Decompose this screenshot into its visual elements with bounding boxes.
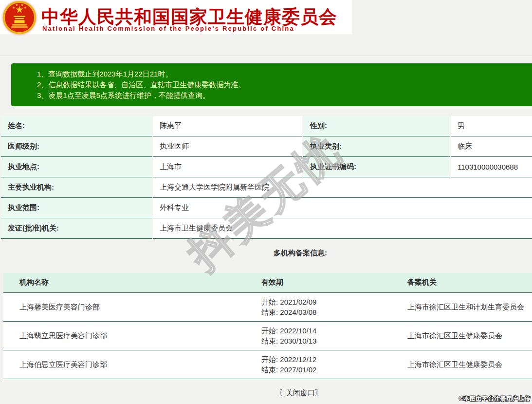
org-record-row: 上海伯思立医疗美容门诊部 开始: 2022/12/12 结束: 2027/01/… bbox=[3, 350, 532, 379]
upload-copyright-watermark: ©本图由平台注册用户上传 bbox=[459, 395, 531, 403]
org-record-row: 上海翡立思医疗美容门诊部 开始: 2022/10/14 结束: 2030/10/… bbox=[3, 321, 532, 350]
scope-value: 外科专业 bbox=[153, 198, 532, 218]
main-org-value: 上海交通大学医学院附属新华医院 bbox=[153, 177, 532, 198]
doctor-info-row: 执业地点: 上海市 执业证书编码: 110310000030688 bbox=[1, 157, 532, 177]
name-label: 姓名: bbox=[1, 116, 152, 136]
site-header: 中华人民共和国国家卫生健康委员会 National Health Commiss… bbox=[0, 0, 352, 34]
doctor-info-row: 姓名: 陈惠平 性别: 男 bbox=[1, 116, 532, 136]
doctor-info-row: 执业范围: 外科专业 bbox=[1, 198, 532, 218]
notice-box: 1、查询数据截止到2023年1月22日21时。 2、信息数据结果以各省、自治区、… bbox=[11, 63, 532, 106]
name-value: 陈惠平 bbox=[153, 116, 302, 136]
close-window-link[interactable]: 〖关闭窗口〗 bbox=[0, 388, 532, 398]
org-validity: 开始: 2022/10/14 结束: 2030/10/13 bbox=[253, 321, 399, 350]
category-label: 执业类别: bbox=[303, 136, 450, 157]
org-name: 上海翡立思医疗美容门诊部 bbox=[3, 321, 253, 350]
gender-label: 性别: bbox=[303, 116, 450, 136]
doctor-info-row: 发证(批准)机关: 上海市卫生健康委员会 bbox=[1, 218, 532, 239]
org-validity: 开始: 2022/12/12 结束: 2027/01/02 bbox=[253, 350, 399, 379]
issuer-value: 上海市卫生健康委员会 bbox=[153, 218, 532, 239]
multi-org-table: 机构名称 有效期 备案机关 上海馨美医疗美容门诊部 开始: 2021/02/09… bbox=[3, 273, 532, 379]
scope-label: 执业范围: bbox=[1, 198, 152, 218]
org-name: 上海馨美医疗美容门诊部 bbox=[3, 292, 253, 321]
cert-label: 执业证书编码: bbox=[303, 157, 450, 177]
site-title-english: National Health Commission of the People… bbox=[42, 25, 294, 32]
gender-value: 男 bbox=[451, 116, 532, 136]
cert-value: 110310000030688 bbox=[451, 157, 532, 177]
notice-line-3: 3、凌晨1点至凌晨5点系统进行维护，不能提供查询。 bbox=[37, 90, 532, 101]
multi-org-header-row: 机构名称 有效期 备案机关 bbox=[3, 273, 532, 292]
org-agency: 上海市徐汇区卫生健康委员会 bbox=[399, 350, 532, 379]
notice-line-2: 2、信息数据结果以各省、自治区、直辖市卫生健康委数据为准。 bbox=[37, 79, 532, 90]
level-value: 执业医师 bbox=[153, 136, 302, 157]
org-name: 上海伯思立医疗美容门诊部 bbox=[3, 350, 253, 379]
org-validity: 开始: 2021/02/09 结束: 2024/03/08 bbox=[253, 292, 399, 321]
doctor-info-row: 医师级别: 执业医师 执业类别: 临床 bbox=[1, 136, 532, 157]
main-org-label: 主要执业机构: bbox=[1, 177, 152, 198]
notice-line-1: 1、查询数据截止到2023年1月22日21时。 bbox=[37, 69, 532, 79]
location-label: 执业地点: bbox=[1, 157, 152, 177]
multi-org-section-title: 多机构备案信息: bbox=[0, 243, 532, 263]
validity-column-header: 有效期 bbox=[253, 273, 399, 292]
level-label: 医师级别: bbox=[1, 136, 152, 157]
issuer-label: 发证(批准)机关: bbox=[1, 218, 152, 239]
agency-column-header: 备案机关 bbox=[399, 273, 532, 292]
doctor-info-row: 主要执业机构: 上海交通大学医学院附属新华医院 bbox=[1, 177, 532, 198]
org-record-row: 上海馨美医疗美容门诊部 开始: 2021/02/09 结束: 2024/03/0… bbox=[3, 292, 532, 321]
national-emblem-icon bbox=[2, 0, 37, 35]
doctor-info-table: 姓名: 陈惠平 性别: 男 医师级别: 执业医师 执业类别: 临床 执业地点: … bbox=[0, 116, 532, 239]
org-name-column-header: 机构名称 bbox=[3, 273, 253, 292]
header-divider bbox=[0, 56, 532, 56]
location-value: 上海市 bbox=[153, 157, 302, 177]
org-agency: 上海市徐汇区卫生健康委员会 bbox=[399, 321, 532, 350]
category-value: 临床 bbox=[451, 136, 532, 157]
org-agency: 上海市徐汇区卫生和计划生育委员会 bbox=[399, 292, 532, 321]
